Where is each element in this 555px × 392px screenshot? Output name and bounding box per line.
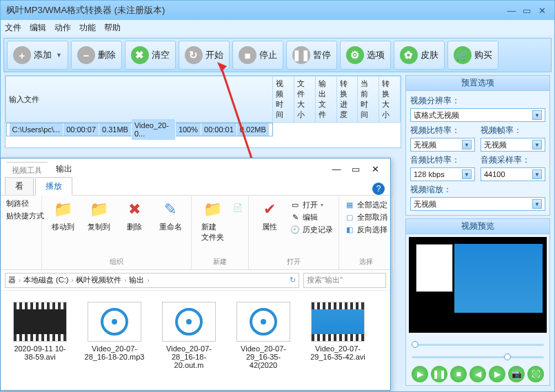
play-button[interactable]: ▶ [412,366,428,382]
apple-icon: ✿ [400,46,418,64]
new-item[interactable]: 📄 [233,203,243,212]
app-title: 枫叶MP3/WMA格式转换器 (未注册版本) [6,4,165,17]
explorer-maximize[interactable]: ▭ [346,162,365,176]
chevron-down-icon: ▼ [462,140,472,149]
new-icon: 📄 [233,203,243,212]
rename[interactable]: ✎重命名 [155,198,185,232]
copy-to[interactable]: 📁复制到 [83,198,114,232]
breadcrumb[interactable]: 器› 本地磁盘 (C:)› 枫叶视频软件› 输出› ↻ [5,273,299,288]
pause-button[interactable]: ❚❚暂停 [286,41,337,70]
refresh-icon: ↻ [185,46,203,64]
tab-view[interactable]: 看 [5,177,34,195]
audio-thumb [88,302,141,342]
delete-button[interactable]: −删除 [71,41,122,70]
preview-area[interactable] [409,237,547,333]
titlebar: 枫叶MP3/WMA格式转换器 (未注册版本) — ▭ ✕ [1,1,554,20]
file-list[interactable]: 2020-09-11 10-38-59.avi Video_20-07-28_1… [1,291,390,390]
video-thumb [13,302,67,342]
abit-label: 音频比特率： [410,154,475,166]
chevron-down-icon: ▼ [532,199,542,209]
options-button[interactable]: ⚙选项 [340,41,391,70]
explorer-titlebar[interactable]: 视频工具 输出 — ▭ ✕ [1,158,390,179]
select-all[interactable]: ▦全部选定 [345,200,387,210]
volume-slider[interactable] [412,353,544,360]
file-item[interactable]: Video_20-07-28_16-18-20.out.m [158,302,220,379]
res-select[interactable]: 该格式无视频▼ [410,108,545,122]
menu-file[interactable]: 文件 [5,22,21,34]
file-item[interactable]: 2020-09-11 10-38-59.avi [9,302,71,379]
stop-button[interactable]: ■停止 [232,41,283,70]
pause-button[interactable]: ❚❚ [431,366,447,382]
search-input[interactable]: 搜索"输出" [303,273,386,288]
add-button[interactable]: +添加▼ [7,41,68,70]
abit-select[interactable]: 128 kbps▼ [410,167,475,181]
preset-title: 预置选项 [406,76,549,91]
history-icon: 🕘 [290,225,300,235]
open[interactable]: ▭打开▾ [290,200,333,210]
invert-icon: ◧ [345,225,354,235]
address-bar: 器› 本地磁盘 (C:)› 枫叶视频软件› 输出› ↻ 搜索"输出" [1,270,390,291]
copy-path[interactable]: 制路径 [6,198,36,209]
next-button[interactable]: ▶ [489,366,505,382]
preset-panel: 预置选项 视频分辨率： 该格式无视频▼ 视频比特率：无视频▼ 视频帧率：无视频▼… [405,75,550,216]
group-new: 新建 [197,256,243,267]
gear-icon: ⚙ [346,46,364,64]
delete-icon: ✖ [123,198,145,220]
vbit-select[interactable]: 无视频▼ [410,138,475,152]
paste-shortcut[interactable]: 贴快捷方式 [6,211,36,221]
chevron-down-icon: ▼ [56,52,62,59]
clear-button[interactable]: ✖清空 [125,41,176,70]
properties[interactable]: ✔属性 [254,198,285,232]
maximize-button[interactable]: ▭ [520,6,534,15]
vscale-label: 视频缩放： [410,184,545,196]
move-to[interactable]: 📁移动到 [48,198,78,232]
help-icon[interactable]: ? [372,183,385,195]
open-icon: ▭ [290,200,300,210]
vscale-select[interactable]: 无视频▼ [410,197,545,211]
group-select: 选择 [345,256,387,267]
refresh-icon[interactable]: ↻ [290,276,296,285]
preview-panel: 视频预览 ▶ ❚❚ ■ ◀ ▶ 📷 ⛶ [405,218,550,386]
fullscreen-button[interactable]: ⛶ [527,366,544,382]
start-button[interactable]: ↻开始 [179,41,230,70]
invert-selection[interactable]: ◧反向选择 [345,225,387,235]
vfps-label: 视频帧率： [481,125,545,136]
minus-icon: − [77,46,95,64]
asmp-select[interactable]: 44100▼ [481,167,545,181]
prev-button[interactable]: ◀ [470,366,486,382]
history[interactable]: 🕘历史记录 [290,225,333,235]
delete[interactable]: ✖删除 [119,198,150,232]
menu-help[interactable]: 帮助 [104,22,121,34]
move-icon: 📁 [52,198,74,220]
copy-icon: 📁 [88,198,110,220]
explorer-window: 视频工具 输出 — ▭ ✕ 看 播放 ? 制路径 贴快捷方式 📁移动到 📁复制到… [0,158,391,391]
menu-function[interactable]: 功能 [79,22,96,34]
explorer-close[interactable]: ✕ [365,162,385,176]
seek-slider[interactable] [412,341,544,348]
file-item[interactable]: Video_20-07-29_16-35-42(2020 [232,302,294,379]
snapshot-button[interactable]: 📷 [508,366,525,382]
explorer-minimize[interactable]: — [327,162,346,176]
stop-icon: ■ [239,46,256,64]
check-icon: ✔ [259,198,281,220]
vfps-select[interactable]: 无视频▼ [481,138,545,152]
stop-button[interactable]: ■ [450,366,467,382]
grid-row[interactable]: C:\Users\pc\...00:00:070.31MBVideo_20-0.… [6,123,273,136]
menu-action[interactable]: 动作 [54,22,71,34]
file-item[interactable]: Video_20-07-29_16-35-42.avi [307,302,369,379]
menu-edit[interactable]: 编辑 [30,22,46,34]
skin-button[interactable]: ✿皮肤 [394,41,445,70]
select-none[interactable]: ▢全部取消 [345,212,387,223]
asmp-label: 音频采样率： [481,154,545,166]
edit[interactable]: ✎编辑 [290,212,333,223]
tab-play[interactable]: 播放 [35,177,72,196]
file-item[interactable]: Video_20-07-28_16-18-20.mp3 [83,302,145,379]
buy-button[interactable]: 🛒购买 [447,41,498,70]
chevron-down-icon: ▼ [532,140,542,149]
res-label: 视频分辨率： [410,95,545,107]
close-button[interactable]: ✕ [535,6,549,15]
minimize-button[interactable]: — [505,6,518,15]
selectnone-icon: ▢ [345,213,354,223]
file-grid[interactable]: 输入文件视频时间文件大小输出文件转换进度当前时间转换大小 C:\Users\pc… [5,75,401,148]
new-folder[interactable]: 📁新建 文件夹 [197,198,228,243]
